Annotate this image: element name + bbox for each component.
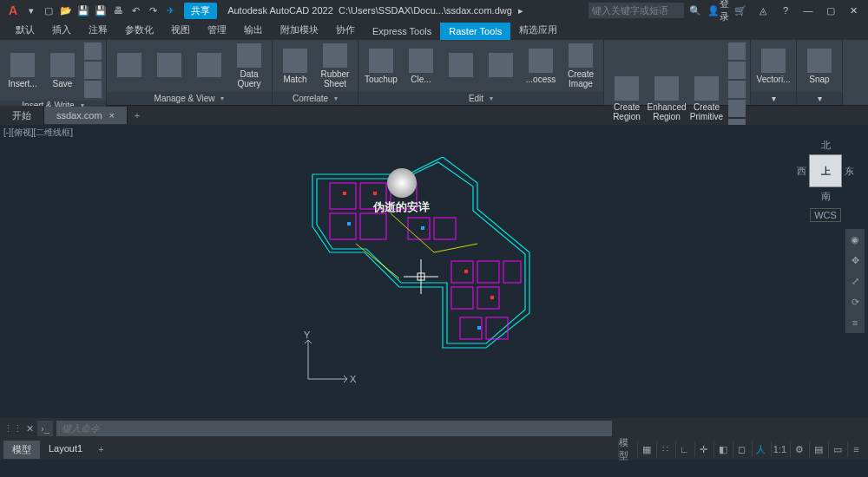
ribbon-button[interactable]: Create Region — [608, 75, 646, 123]
ribbon-panel-label[interactable]: Edit — [358, 92, 603, 105]
ribbon-small-button[interactable] — [728, 62, 746, 79]
drawing-viewport[interactable]: [-][俯视][二维线框] 伪逝的安详 X — [0, 125, 868, 418]
help-icon[interactable]: ? — [776, 3, 795, 18]
ribbon-button[interactable] — [110, 42, 148, 90]
ribbon-small-button[interactable] — [728, 100, 746, 117]
ribbon-tab[interactable]: 协作 — [327, 20, 364, 40]
nav-pan-icon[interactable]: ✥ — [848, 253, 862, 267]
ribbon-button[interactable] — [482, 42, 520, 90]
ribbon-button[interactable] — [190, 42, 228, 90]
gear-icon[interactable]: ⚙ — [790, 441, 807, 457]
saveas-icon[interactable]: 💾 — [93, 3, 108, 18]
nav-more-icon[interactable]: ≡ — [848, 316, 862, 330]
ribbon-panel-label[interactable]: Correlate — [273, 92, 358, 105]
view-cube[interactable]: 北 西 上 东 南 WCS — [797, 139, 854, 222]
nav-zoom-icon[interactable]: ⤢ — [848, 274, 862, 288]
model-space-button[interactable]: 模型 — [618, 441, 635, 457]
nav-orbit-icon[interactable]: ⟳ — [848, 295, 862, 309]
wcs-label[interactable]: WCS — [810, 208, 841, 222]
ribbon-small-button[interactable] — [84, 81, 102, 98]
viewport-label[interactable]: [-][俯视][二维线框] — [3, 127, 73, 139]
new-icon[interactable]: ▢ — [41, 3, 56, 18]
ribbon-panel-label[interactable]: ▾ — [751, 92, 796, 105]
ribbon-tab[interactable]: 精选应用 — [510, 20, 566, 40]
ribbon-tab[interactable]: 默认 — [7, 20, 43, 40]
cmd-history-icon[interactable]: ›_ — [37, 421, 53, 436]
ribbon-button[interactable]: Create Primitive — [687, 75, 726, 123]
qat-menu-icon[interactable]: ▾ — [23, 3, 39, 18]
save-icon[interactable]: 💾 — [76, 3, 91, 18]
scale-icon[interactable]: 1:1 — [771, 441, 788, 457]
ribbon-button[interactable]: Cle... — [402, 42, 440, 90]
viewcube-top[interactable]: 上 — [810, 155, 841, 186]
plot-icon[interactable]: 🖶 — [110, 3, 126, 18]
maximize-icon[interactable]: ▢ — [821, 3, 840, 18]
redo-icon[interactable]: ↷ — [145, 3, 161, 18]
ribbon-tab[interactable]: 视图 — [162, 20, 199, 40]
close-icon[interactable]: ✕ — [844, 3, 863, 18]
file-tab[interactable]: 开始 — [0, 106, 44, 126]
layout-tab[interactable]: 模型 — [3, 441, 40, 459]
layout-add-icon[interactable]: + — [93, 444, 108, 454]
close-icon[interactable]: × — [109, 110, 115, 121]
ribbon-tab[interactable]: 注释 — [80, 20, 116, 40]
cmd-drag-handle[interactable]: ⋮⋮ — [3, 423, 23, 435]
ribbon-tab[interactable]: 参数化 — [116, 20, 162, 40]
anno-icon[interactable]: 人 — [752, 441, 769, 457]
search-icon[interactable]: 🔍 — [686, 3, 705, 18]
viewcube-west[interactable]: 西 — [797, 165, 806, 178]
customize-icon[interactable]: ≡ — [847, 441, 865, 457]
ribbon-small-button[interactable] — [728, 42, 746, 60]
ribbon-button[interactable] — [442, 42, 480, 90]
ribbon-button[interactable]: Insert... — [3, 46, 42, 95]
autodesk-app-icon[interactable]: ◬ — [753, 3, 773, 18]
viewcube-south[interactable]: 南 — [797, 190, 854, 203]
ribbon-tab[interactable]: 附加模块 — [272, 20, 327, 40]
ribbon-tab[interactable]: 输出 — [235, 20, 272, 40]
app-logo[interactable]: A — [3, 3, 23, 17]
ribbon-tab[interactable]: Express Tools — [364, 23, 440, 40]
ribbon-tab[interactable]: 管理 — [199, 20, 235, 40]
layout-tab[interactable]: Layout1 — [40, 441, 91, 459]
grid-icon[interactable]: ▦ — [637, 441, 654, 457]
ribbon-button[interactable]: Save — [43, 46, 82, 95]
ribbon-button[interactable] — [150, 42, 188, 90]
ribbon-small-button[interactable] — [728, 81, 746, 98]
ribbon-button[interactable]: Snap — [800, 42, 838, 90]
help-search-input[interactable]: 键入关键字或短语 — [589, 3, 684, 18]
account-button[interactable]: 👤 登录 — [708, 3, 727, 18]
command-input[interactable] — [56, 421, 612, 436]
ribbon-button[interactable]: Touchup — [362, 42, 400, 90]
isodraft-icon[interactable]: ◧ — [713, 441, 731, 457]
undo-icon[interactable]: ↶ — [128, 3, 143, 18]
ribbon-tab[interactable]: Raster Tools — [440, 23, 510, 40]
telegram-icon[interactable]: ✈ — [162, 3, 178, 18]
ribbon-button[interactable]: Enhanced Region — [648, 75, 686, 123]
file-tab-add-icon[interactable]: + — [128, 110, 147, 121]
osnap-icon[interactable]: ◻ — [733, 441, 750, 457]
snap-icon[interactable]: ∷ — [656, 441, 674, 457]
workspace-icon[interactable]: ▤ — [809, 441, 826, 457]
nav-wheel-icon[interactable]: ◉ — [848, 232, 862, 246]
share-button[interactable]: 共享 — [184, 3, 217, 19]
ribbon-button[interactable]: Data Query — [230, 42, 268, 90]
viewcube-east[interactable]: 东 — [845, 165, 854, 178]
clean-screen-icon[interactable]: ▭ — [828, 441, 845, 457]
ribbon-panel-label[interactable]: Manage & View — [107, 92, 272, 105]
ribbon-button[interactable]: Match — [276, 42, 314, 90]
ortho-icon[interactable]: ∟ — [675, 441, 693, 457]
ribbon-small-button[interactable] — [84, 42, 102, 60]
ribbon-button[interactable]: ...ocess — [522, 42, 560, 90]
open-icon[interactable]: 📂 — [58, 3, 74, 18]
ribbon-button[interactable]: Create Image — [562, 42, 600, 90]
polar-icon[interactable]: ✛ — [694, 441, 712, 457]
ribbon-button[interactable]: Rubber Sheet — [316, 42, 354, 90]
viewcube-north[interactable]: 北 — [797, 139, 854, 152]
cmd-close-icon[interactable]: ✕ — [26, 423, 34, 435]
app-store-icon[interactable]: 🛒 — [731, 3, 750, 18]
ribbon-panel-label[interactable]: ▾ — [797, 92, 842, 105]
file-tab[interactable]: ssdax.com× — [44, 107, 128, 124]
minimize-icon[interactable]: — — [799, 3, 818, 18]
ribbon-button[interactable]: Vectori... — [754, 42, 792, 90]
ribbon-tab[interactable]: 插入 — [43, 20, 80, 40]
